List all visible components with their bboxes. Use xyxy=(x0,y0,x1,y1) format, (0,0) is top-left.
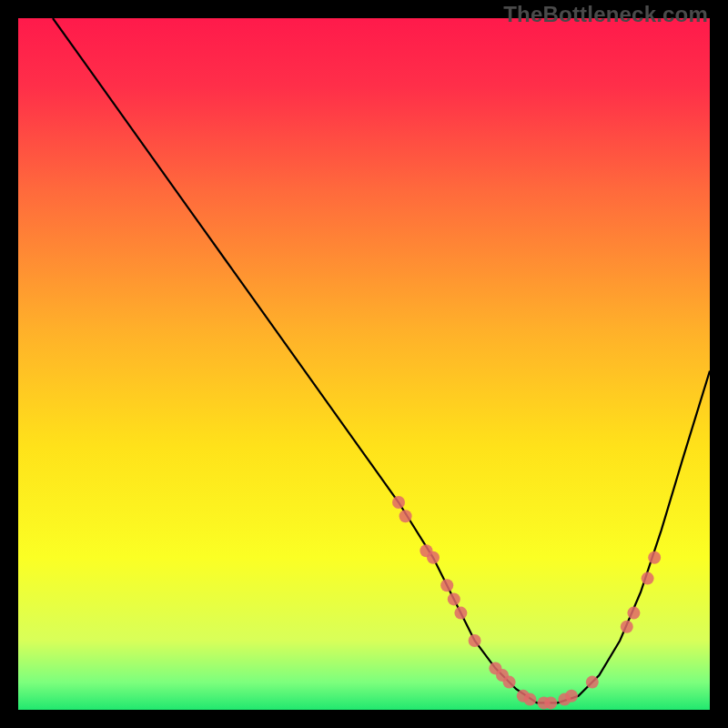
highlight-dot xyxy=(427,551,440,564)
chart-frame xyxy=(18,18,710,710)
highlight-dot xyxy=(565,690,578,703)
highlight-dot xyxy=(399,510,412,522)
highlight-dot xyxy=(440,579,453,592)
highlight-dot xyxy=(544,696,557,709)
highlight-dot xyxy=(448,592,460,605)
highlight-dot xyxy=(586,676,599,689)
gradient-background xyxy=(18,18,710,710)
highlight-dot xyxy=(642,572,654,585)
highlight-dot xyxy=(648,551,661,564)
highlight-dot xyxy=(523,693,536,706)
highlight-dot xyxy=(503,676,516,689)
highlight-dot xyxy=(469,634,481,647)
highlight-dot xyxy=(454,607,467,620)
highlight-dot xyxy=(621,621,633,633)
highlight-dot xyxy=(392,496,405,509)
highlight-dot xyxy=(627,607,640,620)
watermark-text: TheBottleneck.com xyxy=(503,2,708,27)
bottleneck-chart xyxy=(18,18,710,710)
